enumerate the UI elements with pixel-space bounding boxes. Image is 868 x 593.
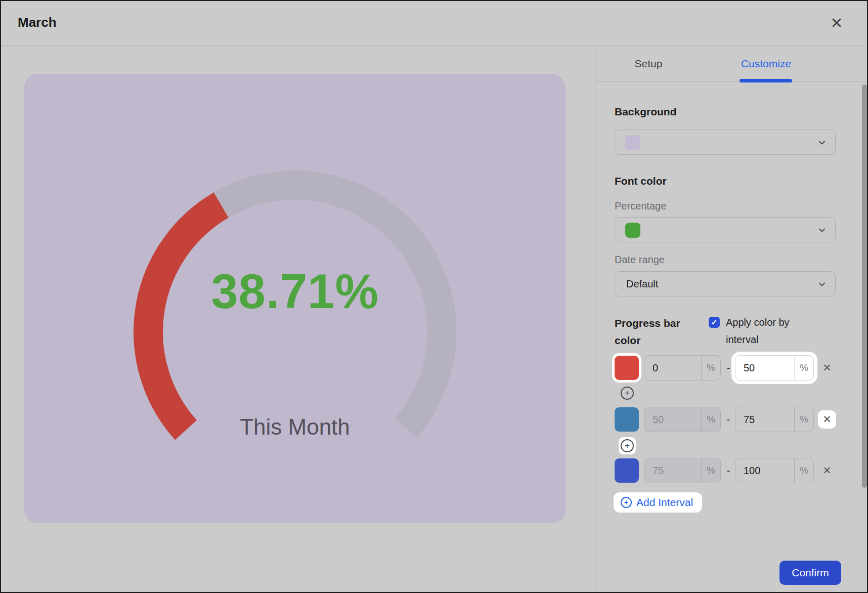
percent-suffix: % [794,458,813,483]
remove-interval-icon[interactable]: ✕ [818,410,836,429]
gauge-arc-fill [148,205,221,430]
background-color-select[interactable] [615,130,836,155]
interval-color-swatch[interactable] [615,356,639,380]
insert-interval-wrap: + [619,437,636,454]
progress-bar-color-label: Progress bar color [615,315,696,349]
interval-to-field: % [735,458,814,483]
insert-interval-wrap: + [621,387,634,400]
interval-color-swatch[interactable] [615,458,639,483]
apply-color-checkbox[interactable]: ✓ [709,317,720,328]
percentage-color-select[interactable] [615,217,836,242]
background-label: Background [615,105,677,118]
percent-suffix: % [701,458,720,483]
chevron-down-icon [817,225,827,235]
range-separator: - [725,407,732,432]
add-interval-button[interactable]: + Add Interval [614,492,702,513]
percent-suffix: % [701,356,720,380]
interval-row: % - % ✕ [595,407,868,432]
tab-customize[interactable]: Customize [727,46,805,82]
interval-to-input[interactable] [735,458,794,483]
insert-interval-plus-icon[interactable]: + [621,439,634,452]
percentage-color-swatch [625,223,640,238]
chevron-down-icon [817,138,827,148]
interval-to-field: % [735,407,814,432]
range-separator: - [725,355,732,380]
percent-suffix: % [701,407,720,432]
interval-row: % - % ✕ [595,458,868,483]
panel-tabs: Setup Customize [595,46,868,82]
plus-circle-icon: + [621,497,632,508]
add-interval-label: Add Interval [636,496,693,509]
customize-widget-modal: { "header": { "title": "March" }, "icons… [0,0,868,593]
gauge-caption: This Month [24,414,566,440]
interval-to-field: % [735,355,814,380]
settings-panel: Setup Customize Background Font color Pe… [595,46,868,593]
interval-color-swatch[interactable] [615,407,639,432]
interval-from-field: % [644,407,721,432]
scrollbar-thumb[interactable] [862,84,867,488]
percent-suffix: % [794,356,813,380]
remove-interval-icon[interactable]: ✕ [818,461,836,480]
close-icon[interactable]: ✕ [827,12,847,34]
gauge-value: 38.71% [24,266,566,317]
confirm-button[interactable]: Confirm [779,561,841,585]
date-range-label: Date range [615,253,665,266]
interval-from-field: % [644,458,721,483]
range-separator: - [725,458,732,483]
interval-to-input[interactable] [735,407,794,432]
percentage-label: Percentage [615,199,666,213]
interval-to-input[interactable] [735,356,794,380]
widget-preview-card: 38.71% This Month [24,74,566,523]
modal-title: March [18,15,57,30]
interval-from-input[interactable] [644,458,701,483]
chevron-down-icon [817,279,827,289]
date-range-value: Default [626,272,658,296]
interval-from-input[interactable] [644,356,701,380]
modal-header: March ✕ [1,1,867,46]
date-range-select[interactable]: Default [615,271,836,296]
font-color-label: Font color [615,175,667,188]
background-color-swatch [625,135,640,150]
active-tab-indicator [740,79,792,82]
remove-interval-icon[interactable]: ✕ [818,359,836,377]
interval-row: % - % ✕ [595,355,868,380]
percent-suffix: % [794,407,813,432]
insert-interval-plus-icon[interactable]: + [621,387,634,400]
interval-from-field: % [644,355,721,380]
tab-setup[interactable]: Setup [611,46,686,82]
interval-from-input[interactable] [644,407,701,432]
apply-color-label: Apply color by interval [726,314,817,348]
